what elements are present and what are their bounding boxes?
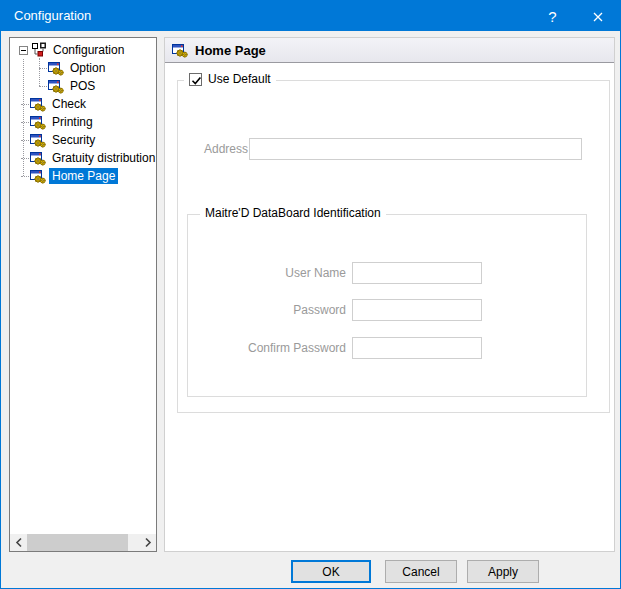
password-label: Password (188, 303, 346, 317)
gear-window-icon (30, 114, 46, 130)
use-default-checkbox[interactable] (189, 73, 202, 86)
confirm-password-row: Confirm Password (188, 337, 482, 359)
home-page-panel: Home Page Use Default Address Maitre'D D… (164, 37, 615, 552)
help-button[interactable]: ? (530, 1, 575, 31)
scrollbar-thumb[interactable] (27, 534, 128, 551)
tree-item-option[interactable]: Option (10, 59, 156, 77)
tree-item-printing[interactable]: Printing (10, 113, 156, 131)
tree-item-label: Security (49, 132, 98, 148)
tree-connector (39, 86, 47, 87)
tree-item-gratuity-distribution[interactable]: Gratuity distribution (10, 149, 156, 167)
tree-connector (21, 158, 29, 159)
user-name-input[interactable] (352, 262, 482, 284)
tree-connector (21, 122, 29, 123)
title-bar[interactable]: Configuration ? (1, 1, 620, 31)
panel-title: Home Page (195, 43, 266, 58)
tree-item-label: Printing (49, 114, 96, 130)
apply-button[interactable]: Apply (467, 560, 539, 583)
gear-window-icon (30, 168, 46, 184)
tree-connector (21, 140, 29, 141)
databoard-group-title: Maitre'D DataBoard Identification (200, 206, 386, 220)
address-input[interactable] (249, 138, 582, 160)
tree-horizontal-scrollbar[interactable] (10, 534, 156, 551)
window-title: Configuration (14, 1, 91, 31)
tree-item-pos[interactable]: POS (10, 77, 156, 95)
scroll-right-icon[interactable] (139, 534, 156, 551)
cancel-button[interactable]: Cancel (385, 560, 457, 583)
close-button[interactable] (575, 1, 620, 31)
tree-item-check[interactable]: Check (10, 95, 156, 113)
gear-window-icon (48, 60, 64, 76)
panel-header: Home Page (165, 38, 614, 63)
user-name-row: User Name (188, 262, 482, 284)
tree-item-security[interactable]: Security (10, 131, 156, 149)
gear-window-icon (30, 96, 46, 112)
collapse-minus-icon[interactable] (19, 46, 28, 55)
configuration-dialog: Configuration ? Configuration Option (0, 0, 621, 589)
use-default-label: Use Default (208, 72, 271, 86)
tree-item-label: Check (49, 96, 89, 112)
address-label: Address (204, 142, 248, 156)
databoard-groupbox: Maitre'D DataBoard Identification User N… (187, 214, 587, 397)
confirm-password-input[interactable] (352, 337, 482, 359)
tree-item-label: Option (67, 60, 108, 76)
password-row: Password (188, 299, 482, 321)
use-default-row: Use Default (184, 72, 276, 86)
gear-window-icon (48, 78, 64, 94)
tree-connector (39, 68, 47, 69)
tree-connector (21, 176, 29, 177)
gear-window-icon (30, 132, 46, 148)
tree-item-label: Gratuity distribution (49, 150, 156, 166)
tree-item-label: Configuration (50, 42, 127, 58)
use-default-groupbox: Use Default Address Maitre'D DataBoard I… (177, 80, 610, 413)
tree-item-label: Home Page (49, 168, 118, 184)
config-tree: Configuration Option POS Check Printing (9, 37, 157, 552)
gear-window-icon (172, 42, 188, 58)
tree-item-label: POS (67, 78, 98, 94)
confirm-password-label: Confirm Password (188, 341, 346, 355)
hierarchy-icon (31, 42, 47, 58)
tree-item-home-page[interactable]: Home Page (10, 167, 156, 185)
close-icon (593, 8, 603, 25)
scroll-left-icon[interactable] (10, 534, 27, 551)
tree-item-configuration[interactable]: Configuration (10, 41, 156, 59)
password-input[interactable] (352, 299, 482, 321)
help-icon: ? (548, 8, 556, 25)
tree-connector (21, 104, 29, 105)
gear-window-icon (30, 150, 46, 166)
ok-button[interactable]: OK (291, 560, 371, 583)
user-name-label: User Name (188, 266, 346, 280)
